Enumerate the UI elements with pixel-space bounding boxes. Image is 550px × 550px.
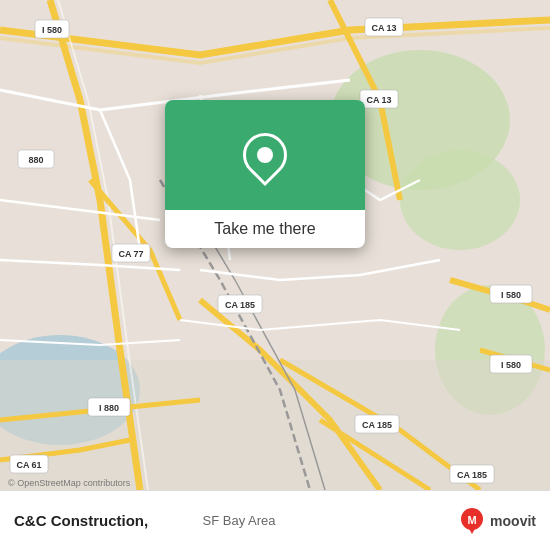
svg-text:CA 185: CA 185 xyxy=(362,420,392,430)
svg-text:I 880: I 880 xyxy=(99,403,119,413)
svg-marker-32 xyxy=(468,527,476,534)
moovit-text: moovit xyxy=(490,513,536,529)
svg-text:CA 77: CA 77 xyxy=(118,249,143,259)
svg-text:I 580: I 580 xyxy=(42,25,62,35)
map-attribution: © OpenStreetMap contributors xyxy=(8,478,130,488)
moovit-icon: M xyxy=(458,507,486,535)
location-pin-icon xyxy=(234,124,296,186)
location-popup: Take me there xyxy=(165,100,365,248)
place-title: C&C Construction, xyxy=(14,512,197,529)
svg-text:880: 880 xyxy=(28,155,43,165)
svg-text:I 580: I 580 xyxy=(501,290,521,300)
svg-text:CA 13: CA 13 xyxy=(371,23,396,33)
place-subtitle: SF Bay Area xyxy=(203,513,276,528)
svg-text:CA 13: CA 13 xyxy=(366,95,391,105)
svg-text:CA 185: CA 185 xyxy=(225,300,255,310)
svg-text:CA 61: CA 61 xyxy=(16,460,41,470)
svg-text:CA 185: CA 185 xyxy=(457,470,487,480)
moovit-logo: M moovit xyxy=(458,507,536,535)
svg-text:I 580: I 580 xyxy=(501,360,521,370)
svg-text:M: M xyxy=(468,514,477,526)
take-me-there-button[interactable]: Take me there xyxy=(165,210,365,248)
svg-point-2 xyxy=(400,150,520,250)
map-container: I 580 I 580 I 580 CA 13 CA 13 880 I 880 … xyxy=(0,0,550,490)
popup-green-header xyxy=(165,100,365,210)
bottom-bar: C&C Construction, SF Bay Area M moovit xyxy=(0,490,550,550)
